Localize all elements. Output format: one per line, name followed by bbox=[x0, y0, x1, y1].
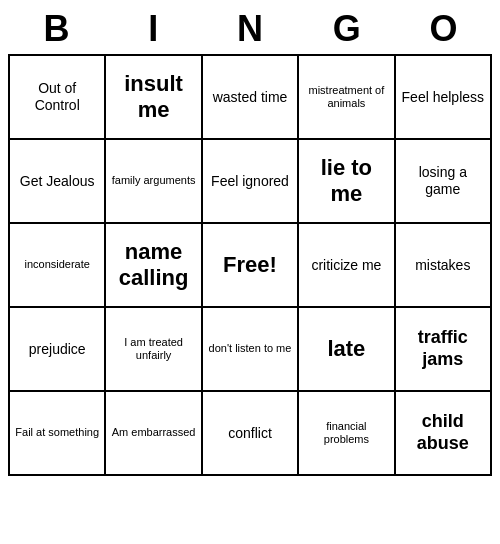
bingo-title-row: B I N G O bbox=[8, 8, 492, 50]
cell-4-2: conflict bbox=[203, 392, 299, 476]
cell-3-4: traffic jams bbox=[396, 308, 492, 392]
bingo-grid: Out of Control insult me wasted time mis… bbox=[8, 54, 492, 476]
cell-3-3: late bbox=[299, 308, 395, 392]
cell-2-4: mistakes bbox=[396, 224, 492, 308]
cell-2-0: inconsiderate bbox=[10, 224, 106, 308]
cell-1-2: Feel ignored bbox=[203, 140, 299, 224]
cell-0-0: Out of Control bbox=[10, 56, 106, 140]
cell-1-1: family arguments bbox=[106, 140, 202, 224]
cell-3-0: prejudice bbox=[10, 308, 106, 392]
cell-2-1: name calling bbox=[106, 224, 202, 308]
letter-g: G bbox=[302, 8, 392, 50]
cell-2-2-free: Free! bbox=[203, 224, 299, 308]
cell-4-4: child abuse bbox=[396, 392, 492, 476]
cell-2-3: criticize me bbox=[299, 224, 395, 308]
cell-1-4: losing a game bbox=[396, 140, 492, 224]
cell-0-3: mistreatment of animals bbox=[299, 56, 395, 140]
letter-o: O bbox=[399, 8, 489, 50]
cell-4-0: Fail at something bbox=[10, 392, 106, 476]
cell-4-3: financial problems bbox=[299, 392, 395, 476]
cell-1-0: Get Jealous bbox=[10, 140, 106, 224]
cell-3-1: I am treated unfairly bbox=[106, 308, 202, 392]
cell-4-1: Am embarrassed bbox=[106, 392, 202, 476]
letter-b: B bbox=[11, 8, 101, 50]
cell-3-2: don't listen to me bbox=[203, 308, 299, 392]
cell-0-4: Feel helpless bbox=[396, 56, 492, 140]
letter-i: I bbox=[108, 8, 198, 50]
cell-1-3: lie to me bbox=[299, 140, 395, 224]
letter-n: N bbox=[205, 8, 295, 50]
cell-0-2: wasted time bbox=[203, 56, 299, 140]
cell-0-1: insult me bbox=[106, 56, 202, 140]
